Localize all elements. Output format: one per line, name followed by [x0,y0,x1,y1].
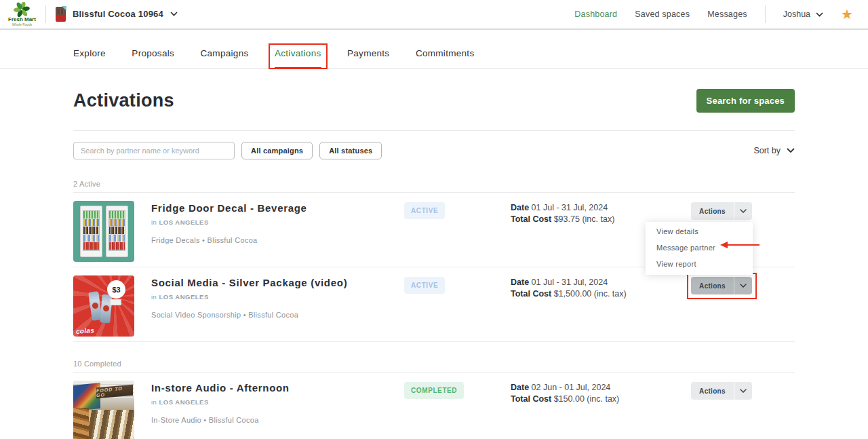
activation-title: Social Media - Silver Package (video) [151,277,404,288]
campaigns-filter-button[interactable]: All campaigns [241,142,313,159]
nav-saved-spaces-link[interactable]: Saved spaces [635,9,690,19]
statuses-filter-button[interactable]: All statuses [319,142,382,159]
activation-meta: Social Video Sponsorship • Blissful Coco… [151,311,404,319]
status-badge: COMPLETED [404,382,464,399]
activation-details: Date 02 Jun - 01 Jul, 2024 Total Cost $1… [511,382,691,404]
tab-commitments[interactable]: Commitments [416,48,475,67]
status-badge: ACTIVE [404,202,445,219]
activation-location: in LOS ANGELES [151,293,404,301]
tab-activations[interactable]: Activations [275,48,321,69]
actions-dropdown-menu: View details Message partner View report [646,222,753,275]
leaf-flower-icon [11,2,33,17]
cola-brand-label: colas [76,326,95,335]
header-divider [765,5,766,23]
activation-title: Fridge Door Decal - Beverage [151,202,404,214]
tab-payments[interactable]: Payments [347,48,389,67]
tab-campaigns[interactable]: Campaigns [201,48,249,67]
chevron-down-icon [816,12,823,17]
activation-row-fridge-door-decal[interactable]: Fridge Door Decal - Beverage in LOS ANGE… [73,193,795,267]
status-badge: ACTIVE [404,277,445,294]
activation-location: in LOS ANGELES [151,398,404,406]
tab-explore[interactable]: Explore [73,48,106,67]
logo-tagline: Whole Foods [12,23,32,27]
chevron-down-icon[interactable] [734,202,752,220]
sort-by-label: Sort by [753,146,781,155]
star-icon[interactable]: ★ [841,7,853,21]
sort-by-dropdown[interactable]: Sort by [753,146,795,155]
actions-button[interactable]: Actions [691,382,752,400]
activation-thumbnail-store: FOOD TO GO [73,381,134,439]
chevron-down-icon [787,148,795,153]
activation-row-social-media[interactable]: $3 colas Social Media - Silver Package (… [73,267,795,342]
menu-item-view-details[interactable]: View details [646,223,753,240]
tab-proposals[interactable]: Proposals [132,48,174,67]
header-divider [45,5,46,23]
chevron-down-icon[interactable] [734,382,752,400]
activation-thumbnail-energy-drink: $3 colas [73,275,134,337]
actions-button[interactable]: Actions [691,202,752,220]
chevron-down-icon[interactable] [734,277,752,294]
activation-title: In-store Audio - Afternoon [151,382,404,394]
nav-messages-link[interactable]: Messages [707,9,747,19]
activation-row-in-store-audio[interactable]: FOOD TO GO In-store Audio - Afternoon in… [73,373,795,439]
user-name: Joshua [783,9,810,19]
brand-selector-label: Blissful Cocoa 10964 [73,9,163,19]
chevron-down-icon [170,12,178,16]
actions-button[interactable]: Actions [691,277,752,294]
activation-meta: Fridge Decals • Blissful Cocoa [151,236,404,244]
section-heading-active: 2 Active [73,180,795,193]
activation-meta: In-Store Audio • Blissful Cocoa [151,416,404,424]
divider [73,130,795,131]
chocolate-bar-icon [56,7,66,22]
user-menu[interactable]: Joshua [783,9,823,19]
annotation-arrow-message-partner [720,242,760,248]
activation-thumbnail-fridges [73,201,134,262]
brand-selector[interactable]: Blissful Cocoa 10964 [56,7,178,22]
search-input[interactable] [73,142,235,159]
top-header: Fresh Mart Whole Foods Blissful Cocoa 10… [0,0,868,30]
page-title: Activations [73,90,174,111]
search-for-spaces-button[interactable]: Search for spaces [696,89,795,113]
section-heading-completed: 10 Completed [73,360,795,373]
price-tag: $3 [107,280,125,299]
main-content: Activations Search for spaces All campai… [0,89,868,439]
tab-activations-label: Activations [275,48,321,58]
activation-details: Date 01 Jul - 31 Jul, 2024 Total Cost $1… [511,277,691,299]
section-tabs: Explore Proposals Campaigns Activations … [0,30,868,69]
menu-item-view-report[interactable]: View report [646,256,753,272]
freshmart-logo: Fresh Mart Whole Foods [8,2,36,26]
nav-dashboard-link[interactable]: Dashboard [574,9,617,19]
activation-location: in LOS ANGELES [151,218,404,226]
